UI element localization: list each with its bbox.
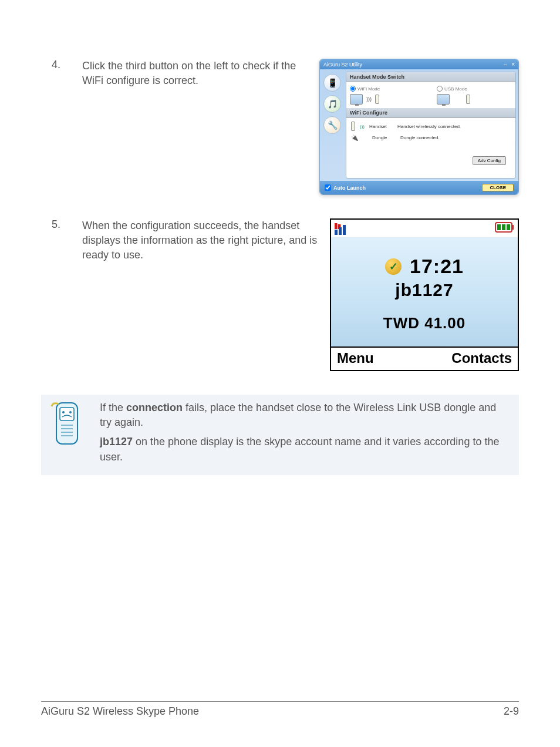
dongle-icon: 🔌	[351, 134, 358, 141]
softkey-right[interactable]: Contacts	[451, 350, 512, 366]
handset-mode-switch-header: Handset Mode Switch	[346, 72, 515, 82]
dongle-label: Dongle	[372, 135, 396, 140]
svg-rect-1	[339, 227, 342, 235]
note-text: If the connection fails, place the hands…	[100, 401, 507, 469]
balance-text: TWD 41.00	[337, 314, 512, 332]
handset-icon	[351, 122, 355, 131]
step-5-row: 5. When the configuration succeeds, the …	[41, 218, 519, 371]
wifi-mode-radio[interactable]	[350, 86, 356, 92]
footer-title: AiGuru S2 Wireless Skype Phone	[41, 705, 199, 718]
usb-mode-radio[interactable]	[437, 86, 443, 92]
utility-titlebar: AiGuru S2 Utility – ×	[320, 59, 518, 69]
battery-icon	[494, 222, 514, 233]
utility-window-image: AiGuru S2 Utility – × 📱 🎵 🔧 Handset Mode…	[319, 59, 519, 195]
svg-rect-9	[60, 408, 74, 420]
minimize-button[interactable]: –	[504, 61, 507, 68]
svg-rect-0	[335, 230, 338, 235]
handset-status-text: Handset wirelessly connected.	[397, 124, 461, 129]
handset-label: Handset	[369, 124, 393, 129]
auto-launch-label: Auto Launch	[333, 185, 366, 191]
dongle-status-text: Dongle connected.	[400, 135, 440, 140]
time-text: 17:21	[410, 255, 464, 278]
sidebar-button-2[interactable]: 🎵	[323, 95, 341, 113]
wifi-signal-icon: )))	[366, 96, 372, 102]
account-text: jb1127	[337, 280, 512, 300]
svg-rect-4	[512, 225, 514, 230]
utility-sidebar: 📱 🎵 🔧	[322, 72, 343, 179]
utility-title: AiGuru S2 Utility	[323, 62, 362, 68]
note-box: If the connection fails, place the hands…	[41, 395, 519, 475]
handset-display: ✓ 17:21 jb1127 TWD 41.00 Menu Contacts	[330, 218, 519, 371]
usb-mode-label: USB Mode	[444, 86, 467, 92]
sidebar-button-3[interactable]: 🔧	[323, 116, 341, 134]
handset-body: ✓ 17:21 jb1127 TWD 41.00	[331, 237, 518, 346]
softkey-left[interactable]: Menu	[337, 350, 374, 366]
handset-online-icon: )))	[360, 124, 365, 129]
svg-rect-6	[502, 224, 505, 230]
sidebar-button-1[interactable]: 📱	[323, 74, 341, 92]
signal-icon	[335, 222, 351, 235]
note-p2-a: jb1127	[100, 436, 133, 447]
step-5-text: When the configuration succeeds, the han…	[82, 218, 330, 263]
close-button[interactable]: CLOSE	[482, 184, 514, 191]
wifi-configure-header: WiFi Configure	[346, 108, 515, 118]
svg-point-10	[62, 411, 65, 413]
step-4-text: Click the third button on the left to ch…	[82, 59, 319, 88]
svg-rect-7	[507, 224, 510, 230]
footer-page-number: 2-9	[504, 705, 519, 718]
monitor-icon-2	[437, 94, 450, 105]
step-4-number: 4.	[41, 59, 82, 71]
handset-softkeys: Menu Contacts	[331, 346, 518, 370]
svg-rect-5	[497, 224, 501, 230]
utility-main-panel: Handset Mode Switch WiFi Mode )))	[346, 72, 516, 179]
handset-display-image: ✓ 17:21 jb1127 TWD 41.00 Menu Contacts	[330, 218, 519, 371]
status-ok-icon: ✓	[385, 258, 402, 275]
note-phone-icon	[47, 401, 88, 447]
svg-point-11	[69, 411, 72, 413]
note-p1-a: If the	[100, 402, 126, 413]
utility-window: AiGuru S2 Utility – × 📱 🎵 🔧 Handset Mode…	[319, 59, 519, 195]
step-5-number: 5.	[41, 218, 82, 231]
note-p1-b: connection	[126, 402, 183, 413]
adv-config-button[interactable]: Adv Config	[473, 156, 506, 165]
handset-status-bar	[331, 220, 518, 237]
wifi-mode-label: WiFi Mode	[357, 86, 380, 92]
note-p2-b: on the phone display is the skype accoun…	[100, 436, 499, 462]
page-footer: AiGuru S2 Wireless Skype Phone 2-9	[41, 701, 519, 718]
auto-launch-checkbox[interactable]	[325, 184, 331, 191]
phone-icon	[375, 95, 379, 104]
phone-icon-2	[466, 95, 470, 104]
close-window-button[interactable]: ×	[511, 61, 515, 68]
svg-rect-2	[343, 225, 346, 235]
step-4-row: 4. Click the third button on the left to…	[41, 59, 519, 195]
monitor-icon	[350, 94, 363, 105]
